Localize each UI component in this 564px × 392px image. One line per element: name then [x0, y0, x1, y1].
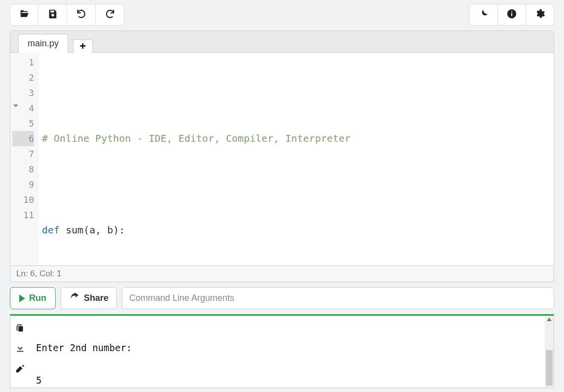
- cursor-position: Ln: 6, Col: 1: [16, 269, 62, 278]
- line-number: 9: [12, 177, 34, 192]
- editor-panel: main.py + 1 2 3 4 5 6 7 8 9 10 11 # Onli…: [10, 31, 554, 282]
- open-file-button[interactable]: [10, 4, 38, 26]
- scroll-up-icon[interactable]: [547, 318, 552, 321]
- svg-rect-2: [511, 11, 512, 12]
- plus-icon: +: [80, 40, 86, 53]
- code-line: [42, 177, 551, 192]
- svg-rect-1: [511, 13, 512, 16]
- run-label: Run: [29, 293, 46, 303]
- code-line: # Online Python - IDE, Editor, Compiler,…: [42, 131, 551, 146]
- gear-icon: [534, 8, 545, 22]
- download-output-button[interactable]: [15, 343, 26, 356]
- info-button[interactable]: [497, 4, 526, 26]
- redo-button[interactable]: [96, 4, 124, 26]
- play-icon: [19, 294, 25, 302]
- terminal-sidebar: [10, 316, 30, 388]
- terminal-panel: Enter 2nd number: 5 Sum of 4 and 5 is 9: [10, 314, 554, 388]
- terminal-scrollbar[interactable]: [545, 316, 554, 388]
- line-number: 1: [12, 55, 34, 70]
- share-label: Share: [84, 293, 108, 303]
- editor-status-bar: Ln: 6, Col: 1: [10, 265, 554, 282]
- line-number: 4: [12, 100, 34, 116]
- line-number: 5: [12, 116, 34, 131]
- code-line: [42, 85, 551, 100]
- line-number: 11: [12, 207, 34, 223]
- fold-caret-icon[interactable]: [13, 104, 18, 107]
- tab-bar: main.py +: [10, 31, 554, 53]
- share-button[interactable]: Share: [61, 287, 117, 309]
- tab-label: main.py: [28, 38, 59, 48]
- save-button[interactable]: [38, 4, 67, 26]
- code-editor[interactable]: 1 2 3 4 5 6 7 8 9 10 11 # Online Python …: [10, 53, 554, 265]
- line-number: 10: [12, 192, 34, 207]
- theme-toggle-button[interactable]: [469, 4, 498, 26]
- cli-args-input[interactable]: [122, 287, 554, 309]
- folder-open-icon: [19, 8, 30, 22]
- line-number: 2: [12, 70, 34, 85]
- line-number: 3: [12, 85, 34, 100]
- line-number: 7: [12, 146, 34, 162]
- redo-icon: [105, 8, 115, 22]
- line-gutter: 1 2 3 4 5 6 7 8 9 10 11: [10, 53, 39, 265]
- info-icon: [506, 8, 517, 22]
- settings-button[interactable]: [526, 4, 554, 26]
- share-icon: [69, 292, 80, 305]
- terminal-line: Enter 2nd number:: [36, 342, 548, 353]
- tab-main-py[interactable]: main.py: [18, 34, 68, 53]
- terminal-output[interactable]: Enter 2nd number: 5 Sum of 4 and 5 is 9: [30, 316, 554, 388]
- code-line: def sum(a, b):: [42, 223, 551, 238]
- copy-output-button[interactable]: [15, 323, 26, 336]
- add-tab-button[interactable]: +: [73, 39, 93, 53]
- terminal-line: 5: [36, 375, 548, 386]
- undo-icon: [76, 8, 87, 22]
- moon-icon: [478, 8, 489, 22]
- undo-button[interactable]: [67, 4, 96, 26]
- clear-output-button[interactable]: [15, 363, 26, 376]
- code-content[interactable]: # Online Python - IDE, Editor, Compiler,…: [39, 53, 554, 265]
- save-icon: [47, 8, 58, 22]
- scroll-thumb[interactable]: [546, 350, 553, 386]
- run-button[interactable]: Run: [10, 287, 56, 309]
- line-number: 6: [12, 131, 34, 146]
- line-number: 8: [12, 162, 34, 177]
